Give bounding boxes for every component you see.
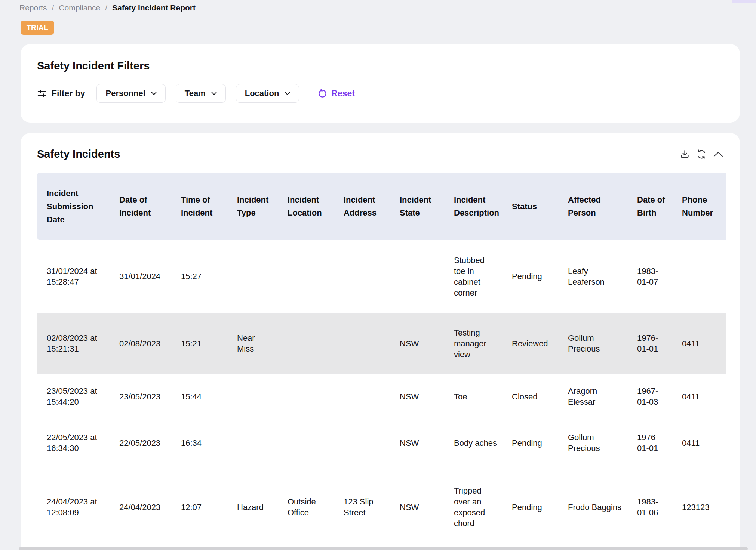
trial-badge: TRIAL bbox=[21, 21, 54, 35]
filter-by: Filter by bbox=[37, 89, 85, 99]
table-cell: Frodo Baggins bbox=[560, 466, 630, 548]
table-cell: 22/05/2023 bbox=[112, 420, 173, 466]
table-row[interactable]: 02/08/2023 at 15:21:3102/08/202315:21Nea… bbox=[37, 313, 726, 373]
filters-title: Safety Incident Filters bbox=[37, 60, 723, 72]
table-cell bbox=[230, 240, 280, 313]
table-row[interactable]: 23/05/2023 at 15:44:2023/05/202315:44NSW… bbox=[37, 373, 726, 420]
table-cell bbox=[336, 420, 392, 466]
reset-filters-button[interactable]: Reset bbox=[316, 88, 357, 99]
column-header: Incident Type bbox=[230, 173, 280, 240]
table-cell: NSW bbox=[392, 313, 446, 373]
column-header: Incident Location bbox=[280, 173, 336, 240]
table-cell bbox=[280, 240, 336, 313]
incidents-table: Incident Submission DateDate of Incident… bbox=[37, 173, 726, 548]
personnel-dropdown[interactable]: Personnel bbox=[96, 84, 165, 103]
table-cell: 23/05/2023 at 15:44:20 bbox=[37, 373, 112, 420]
table-cell bbox=[674, 240, 726, 313]
column-header: Incident Address bbox=[336, 173, 392, 240]
location-dropdown[interactable]: Location bbox=[236, 84, 299, 103]
table-cell bbox=[230, 373, 280, 420]
table-cell: 1976-01-01 bbox=[630, 420, 674, 466]
table-cell: Toe bbox=[446, 373, 504, 420]
table-row[interactable]: 31/01/2024 at 15:28:4731/01/202415:27Stu… bbox=[37, 240, 726, 313]
table-cell: 0411 bbox=[674, 420, 726, 466]
horizontal-scrollbar[interactable] bbox=[19, 547, 748, 550]
table-row[interactable]: 24/04/2023 at 12:08:0924/04/202312:07Haz… bbox=[37, 466, 726, 548]
table-cell: 31/01/2024 bbox=[112, 240, 173, 313]
table-cell: Outside Office bbox=[280, 466, 336, 548]
table-cell: 24/04/2023 bbox=[112, 466, 173, 548]
table-cell: 02/08/2023 at 15:21:31 bbox=[37, 313, 112, 373]
table-cell: 15:21 bbox=[173, 313, 230, 373]
table-cell bbox=[280, 420, 336, 466]
table-cell bbox=[336, 373, 392, 420]
column-header: Incident Submission Date bbox=[37, 173, 112, 240]
filter-row: Filter by Personnel Team Location bbox=[37, 84, 723, 103]
table-body: 31/01/2024 at 15:28:4731/01/202415:27Stu… bbox=[37, 240, 726, 548]
column-header: Affected Person bbox=[560, 173, 630, 240]
table-cell bbox=[230, 420, 280, 466]
table-cell: NSW bbox=[392, 466, 446, 548]
chevron-down-icon bbox=[211, 92, 217, 95]
column-header: Date of Birth bbox=[630, 173, 674, 240]
table-cell: Reviewed bbox=[504, 313, 560, 373]
table-cell bbox=[280, 373, 336, 420]
incidents-header: Safety Incidents bbox=[37, 148, 723, 160]
table-cell: 22/05/2023 at 16:34:30 bbox=[37, 420, 112, 466]
column-header: Incident Description bbox=[446, 173, 504, 240]
table-cell: Tripped over an exposed chord bbox=[446, 466, 504, 548]
table-cell: Aragorn Elessar bbox=[560, 373, 630, 420]
team-dropdown[interactable]: Team bbox=[176, 84, 226, 103]
table-cell: 123 Slip Street bbox=[336, 466, 392, 548]
table-cell: Hazard bbox=[230, 466, 280, 548]
collapse-button[interactable] bbox=[713, 151, 723, 157]
table-cell: 1983-01-07 bbox=[630, 240, 674, 313]
chevron-down-icon bbox=[285, 92, 290, 95]
reset-label: Reset bbox=[331, 89, 355, 99]
column-header: Incident State bbox=[392, 173, 446, 240]
table-row[interactable]: 22/05/2023 at 16:34:3022/05/202316:34NSW… bbox=[37, 420, 726, 466]
table-cell: 16:34 bbox=[173, 420, 230, 466]
export-button[interactable] bbox=[680, 149, 690, 159]
reset-icon bbox=[318, 89, 327, 98]
table-cell: Gollum Precious bbox=[560, 313, 630, 373]
table-cell: Stubbed toe in cabinet corner bbox=[446, 240, 504, 313]
incidents-toolbar bbox=[680, 149, 723, 160]
table-cell bbox=[280, 313, 336, 373]
incidents-table-wrapper: Incident Submission DateDate of Incident… bbox=[37, 173, 726, 548]
breadcrumb-compliance[interactable]: Compliance bbox=[59, 3, 100, 12]
table-cell bbox=[336, 240, 392, 313]
table-cell: Gollum Precious bbox=[560, 420, 630, 466]
location-dropdown-label: Location bbox=[245, 89, 279, 98]
breadcrumb-reports[interactable]: Reports bbox=[19, 3, 47, 12]
table-cell: 02/08/2023 bbox=[112, 313, 173, 373]
table-cell: 0411 bbox=[674, 313, 726, 373]
table-cell: Testing manager view bbox=[446, 313, 504, 373]
table-cell bbox=[336, 313, 392, 373]
table-cell: 12:07 bbox=[173, 466, 230, 548]
table-cell: 31/01/2024 at 15:28:47 bbox=[37, 240, 112, 313]
table-cell: Pending bbox=[504, 240, 560, 313]
breadcrumb-separator: / bbox=[105, 3, 107, 12]
table-cell: Body aches bbox=[446, 420, 504, 466]
table-cell: 15:27 bbox=[173, 240, 230, 313]
table-cell: 1967-01-03 bbox=[630, 373, 674, 420]
table-cell: 15:44 bbox=[173, 373, 230, 420]
download-icon bbox=[680, 149, 690, 159]
table-cell: Pending bbox=[504, 420, 560, 466]
column-header: Time of Incident bbox=[173, 173, 230, 240]
table-cell: NSW bbox=[392, 420, 446, 466]
chevron-up-icon bbox=[713, 151, 723, 157]
breadcrumb: Reports / Compliance / Safety Incident R… bbox=[19, 3, 196, 12]
personnel-dropdown-label: Personnel bbox=[105, 89, 145, 98]
team-dropdown-label: Team bbox=[185, 89, 206, 98]
corner-accent bbox=[732, 0, 756, 3]
filter-by-label: Filter by bbox=[52, 89, 85, 99]
table-cell: 1983-01-06 bbox=[630, 466, 674, 548]
table-cell: Pending bbox=[504, 466, 560, 548]
table-cell bbox=[392, 240, 446, 313]
refresh-button[interactable] bbox=[696, 149, 707, 160]
column-header: Phone Number bbox=[674, 173, 726, 240]
incidents-card: Safety Incidents bbox=[21, 133, 740, 550]
table-cell: 24/04/2023 at 12:08:09 bbox=[37, 466, 112, 548]
